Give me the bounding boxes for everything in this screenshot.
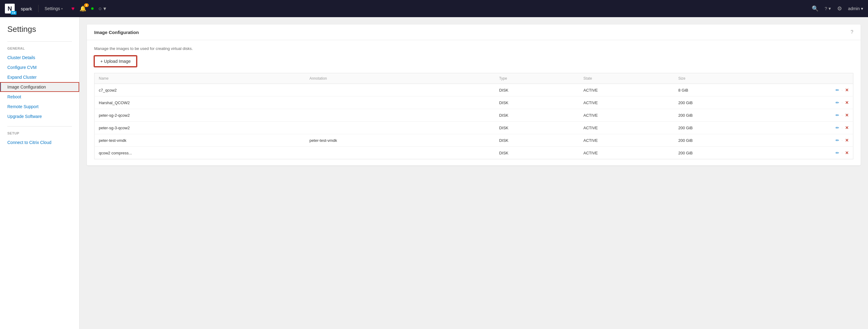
chevron-down-icon: ▾ — [61, 7, 63, 10]
col-header-name: Name — [94, 73, 305, 84]
sidebar-title: Settings — [0, 25, 79, 39]
app-layout: Settings General Cluster Details Configu… — [0, 17, 868, 329]
table-row: qcow2 compress... DISK ACTIVE 200 GiB ✏ … — [94, 147, 853, 159]
search-icon[interactable]: 🔍 — [812, 5, 818, 12]
sidebar-item-connect-citrix-cloud[interactable]: Connect to Citrix Cloud — [0, 138, 79, 147]
table-body: c7_qcow2 DISK ACTIVE 8 GiB ✏ · ✕ Harshal… — [94, 84, 853, 159]
sidebar-item-image-configuration[interactable]: Image Configuration — [0, 82, 79, 92]
nav-icon-group: ♥ 🔔 1 ○ ▾ — [71, 5, 106, 12]
panel-body: Manage the images to be used for creatin… — [87, 40, 861, 165]
cell-annotation — [305, 97, 495, 109]
cell-type: DISK — [495, 147, 579, 159]
cell-state: ACTIVE — [579, 109, 674, 121]
cell-name: peter-test-vmdk — [94, 134, 305, 147]
action-separator: · — [842, 138, 843, 142]
action-separator: · — [842, 101, 843, 105]
delete-icon[interactable]: ✕ — [845, 100, 849, 105]
col-header-actions — [769, 73, 853, 84]
help-icon[interactable]: ? ▾ — [825, 6, 831, 11]
col-header-type: Type — [495, 73, 579, 84]
delete-icon[interactable]: ✕ — [845, 88, 849, 92]
edit-icon[interactable]: ✏ — [836, 113, 839, 118]
cell-name: peter-sg-2-qcow2 — [94, 109, 305, 121]
cell-type: DISK — [495, 97, 579, 109]
sidebar-item-cluster-details[interactable]: Cluster Details — [0, 53, 79, 62]
col-header-state: State — [579, 73, 674, 84]
cell-size: 200 GiB — [674, 121, 769, 134]
table-row: peter-test-vmdk peter-test-vmdk DISK ACT… — [94, 134, 853, 147]
cell-name: qcow2 compress... — [94, 147, 305, 159]
cluster-status-icon[interactable]: ○ ▾ — [98, 5, 106, 12]
alert-badge: 1 — [84, 3, 89, 7]
delete-icon[interactable]: ✕ — [845, 125, 849, 130]
cell-size: 200 GiB — [674, 147, 769, 159]
panel-title: Image Configuration — [94, 30, 139, 35]
delete-icon[interactable]: ✕ — [845, 150, 849, 155]
table-row: peter-sg-3-qcow2 DISK ACTIVE 200 GiB ✏ ·… — [94, 121, 853, 134]
sidebar-item-remote-support[interactable]: Remote Support — [0, 102, 79, 111]
edit-icon[interactable]: ✏ — [836, 138, 839, 143]
cell-type: DISK — [495, 109, 579, 121]
sidebar-item-upgrade-software[interactable]: Upgrade Software — [0, 111, 79, 121]
delete-icon[interactable]: ✕ — [845, 138, 849, 143]
cell-type: DISK — [495, 84, 579, 97]
cell-name: c7_qcow2 — [94, 84, 305, 97]
cell-actions: ✏ · ✕ — [769, 147, 853, 159]
user-menu[interactable]: admin ▾ — [848, 6, 863, 11]
sidebar-item-reboot[interactable]: Reboot — [0, 92, 79, 102]
sidebar-section-setup: Setup — [0, 131, 79, 138]
cluster-name[interactable]: spark — [21, 6, 32, 11]
panel-help-icon[interactable]: ? — [850, 29, 853, 35]
cell-actions: ✏ · ✕ — [769, 121, 853, 134]
content-panel: Image Configuration ? Manage the images … — [87, 25, 861, 165]
cell-size: 200 GiB — [674, 97, 769, 109]
settings-nav-button[interactable]: Settings ▾ — [45, 6, 63, 11]
cell-actions: ✏ · ✕ — [769, 134, 853, 147]
cell-state: ACTIVE — [579, 147, 674, 159]
cell-size: 200 GiB — [674, 109, 769, 121]
table-header: Name Annotation Type State Size — [94, 73, 853, 84]
main-content: Image Configuration ? Manage the images … — [80, 17, 868, 329]
delete-icon[interactable]: ✕ — [845, 113, 849, 118]
table-row: Harshal_QCOW2 DISK ACTIVE 200 GiB ✏ · ✕ — [94, 97, 853, 109]
sidebar-divider-mid — [7, 126, 72, 127]
cell-type: DISK — [495, 121, 579, 134]
user-chevron-icon: ▾ — [861, 6, 863, 11]
action-separator: · — [842, 88, 843, 92]
images-table: Name Annotation Type State Size c7_qcow2… — [94, 73, 853, 159]
nav-right-group: 🔍 ? ▾ ⚙ admin ▾ — [812, 5, 863, 12]
action-separator: · — [842, 126, 843, 130]
logo-n: N CE — [5, 4, 15, 13]
action-separator: · — [842, 151, 843, 155]
panel-description: Manage the images to be used for creatin… — [94, 46, 853, 51]
table-row: c7_qcow2 DISK ACTIVE 8 GiB ✏ · ✕ — [94, 84, 853, 97]
table-row: peter-sg-2-qcow2 DISK ACTIVE 200 GiB ✏ ·… — [94, 109, 853, 121]
edit-icon[interactable]: ✏ — [836, 88, 839, 92]
action-separator: · — [842, 113, 843, 117]
panel-header: Image Configuration ? — [87, 25, 861, 40]
health-icon[interactable]: ♥ — [71, 5, 74, 12]
cell-annotation — [305, 109, 495, 121]
cell-size: 8 GiB — [674, 84, 769, 97]
cell-state: ACTIVE — [579, 84, 674, 97]
top-navigation: N CE spark Settings ▾ ♥ 🔔 1 ○ ▾ 🔍 ? ▾ ⚙ … — [0, 0, 868, 17]
col-header-annotation: Annotation — [305, 73, 495, 84]
cell-name: Harshal_QCOW2 — [94, 97, 305, 109]
alerts-icon[interactable]: 🔔 1 — [80, 5, 86, 12]
col-header-size: Size — [674, 73, 769, 84]
cell-size: 200 GiB — [674, 134, 769, 147]
sidebar-section-general: General — [0, 47, 79, 53]
cell-actions: ✏ · ✕ — [769, 97, 853, 109]
edit-icon[interactable]: ✏ — [836, 100, 839, 105]
sidebar-item-configure-cvm[interactable]: Configure CVM — [0, 62, 79, 72]
cell-state: ACTIVE — [579, 134, 674, 147]
edit-icon[interactable]: ✏ — [836, 125, 839, 130]
cell-annotation — [305, 121, 495, 134]
upload-image-button[interactable]: + Upload Image — [94, 56, 137, 67]
settings-gear-icon[interactable]: ⚙ — [837, 5, 842, 12]
cell-name: peter-sg-3-qcow2 — [94, 121, 305, 134]
edit-icon[interactable]: ✏ — [836, 150, 839, 155]
cell-state: ACTIVE — [579, 97, 674, 109]
sidebar-item-expand-cluster[interactable]: Expand Cluster — [0, 72, 79, 82]
cell-annotation — [305, 84, 495, 97]
